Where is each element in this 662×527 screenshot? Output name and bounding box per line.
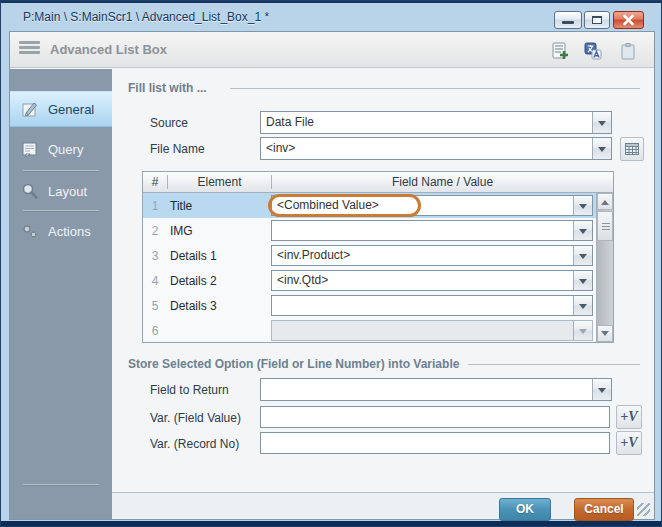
row-number: 6: [143, 324, 167, 338]
insert-variable-button[interactable]: +V: [616, 431, 642, 455]
table-row[interactable]: 5 Details 3: [143, 293, 613, 318]
row-number: 5: [143, 299, 167, 313]
speech-bubble-icon: [21, 140, 39, 158]
file-name-value: <inv>: [261, 138, 592, 159]
sidebar-divider: [23, 210, 99, 211]
field-to-return-combobox[interactable]: [260, 378, 612, 401]
dropdown-arrow-icon[interactable]: [573, 221, 592, 240]
table-row[interactable]: 3 Details 1 <inv.Product>: [143, 243, 613, 268]
sidebar-divider: [23, 170, 99, 171]
arrow-down-icon: [601, 331, 609, 340]
plus-v-icon: +V: [620, 409, 637, 425]
cancel-button[interactable]: Cancel: [574, 498, 634, 521]
plus-v-icon: +V: [620, 435, 637, 451]
insert-variable-button[interactable]: +V: [616, 405, 642, 429]
sidebar-item-query[interactable]: Query: [10, 131, 112, 167]
dropdown-arrow-icon[interactable]: [573, 296, 592, 315]
footer: OK Cancel: [112, 493, 654, 519]
row-element-label: Details 1: [167, 249, 271, 263]
list-box-icon: [19, 41, 40, 58]
file-name-combobox[interactable]: <inv>: [260, 137, 612, 160]
var-record-no-label: Var. (Record No): [150, 437, 239, 451]
combobox-value: <inv.Qtd>: [272, 271, 573, 290]
table-scrollbar[interactable]: [596, 193, 613, 342]
fill-section-line: [230, 88, 640, 89]
titlebar[interactable]: P:Main \ S:MainScr1 \ Advanced_List_Box_…: [1, 3, 661, 31]
close-icon: [614, 12, 643, 28]
table-row[interactable]: 4 Details 2 <inv.Qtd>: [143, 268, 613, 293]
dropdown-arrow-icon[interactable]: [592, 379, 611, 400]
sidebar: General Query Layout: [10, 69, 112, 519]
magnifier-icon: [21, 182, 39, 200]
dropdown-arrow-icon[interactable]: [573, 196, 592, 215]
select-data-file-button[interactable]: [620, 137, 644, 161]
pencil-icon: [21, 100, 39, 118]
minimize-icon: [562, 21, 574, 24]
store-section-legend: Store Selected Option (Field or Line Num…: [128, 357, 459, 371]
element-mapping-table: # Element Field Name / Value 1 Title <Co…: [142, 171, 614, 343]
translate-icon[interactable]: [583, 41, 603, 61]
scrollbar-thumb[interactable]: [597, 211, 613, 241]
row-value-combobox[interactable]: [271, 295, 593, 316]
store-section-line: [468, 364, 640, 365]
combobox-value: <Combined Value>: [272, 196, 573, 215]
dropdown-arrow-icon[interactable]: [592, 112, 611, 133]
scroll-down-button[interactable]: [597, 325, 613, 342]
row-element-label: Title: [167, 199, 271, 213]
table-row[interactable]: 2 IMG: [143, 218, 613, 243]
row-value-combobox[interactable]: [271, 220, 593, 241]
row-value-combobox[interactable]: <inv.Product>: [271, 245, 593, 266]
maximize-button[interactable]: [584, 11, 610, 29]
col-header-field-value: Field Name / Value: [271, 175, 613, 189]
sidebar-item-general[interactable]: General: [10, 91, 112, 127]
window-title: P:Main \ S:MainScr1 \ Advanced_List_Box_…: [23, 10, 269, 24]
row-value-combobox[interactable]: <Combined Value>: [271, 195, 593, 216]
scroll-up-button[interactable]: [597, 193, 613, 210]
var-field-value-label: Var. (Field Value): [150, 411, 241, 425]
combobox-value: <inv.Product>: [272, 246, 573, 265]
maximize-icon: [592, 16, 602, 24]
sidebar-item-label: Query: [48, 142, 83, 157]
source-label: Source: [150, 116, 188, 130]
dropdown-arrow-icon[interactable]: [573, 246, 592, 265]
source-value: Data File: [261, 112, 592, 133]
dropdown-arrow-icon[interactable]: [573, 271, 592, 290]
row-number: 1: [143, 199, 167, 213]
combobox-value: [272, 221, 573, 240]
gears-icon: [21, 222, 39, 240]
minimize-button[interactable]: [554, 11, 582, 29]
main-panel: Fill list with ... Source Data File File…: [112, 69, 654, 519]
sidebar-item-label: Actions: [48, 224, 91, 239]
row-number: 4: [143, 274, 167, 288]
combobox-value: [272, 296, 573, 315]
dropdown-arrow-icon[interactable]: [592, 138, 611, 159]
resize-grip[interactable]: [637, 503, 650, 516]
dialog-header: Advanced List Box: [10, 32, 654, 68]
row-element-label: Details 3: [167, 299, 271, 313]
source-combobox[interactable]: Data File: [260, 111, 612, 134]
table-row: 6: [143, 318, 613, 343]
arrow-up-icon: [601, 196, 609, 205]
dropdown-arrow-icon: [573, 321, 592, 340]
ok-button[interactable]: OK: [499, 498, 551, 521]
thumb-grip-icon: [602, 223, 610, 224]
sidebar-item-label: Layout: [48, 184, 87, 199]
clipboard-icon[interactable]: [618, 41, 638, 61]
sidebar-item-actions[interactable]: Actions: [10, 213, 112, 249]
row-value-combobox[interactable]: <inv.Qtd>: [271, 270, 593, 291]
row-number: 2: [143, 224, 167, 238]
sidebar-item-layout[interactable]: Layout: [10, 173, 112, 209]
row-value-combobox-disabled: [271, 320, 593, 341]
field-to-return-value: [261, 379, 592, 400]
field-to-return-label: Field to Return: [150, 383, 229, 397]
copy-page-icon[interactable]: [550, 41, 570, 61]
var-record-no-input[interactable]: [260, 432, 610, 454]
table-row[interactable]: 1 Title <Combined Value>: [143, 193, 613, 218]
row-number: 3: [143, 249, 167, 263]
fill-section-legend: Fill list with ...: [128, 81, 207, 95]
var-field-value-input[interactable]: [260, 406, 610, 428]
sidebar-item-label: General: [48, 102, 94, 117]
col-header-num: #: [143, 175, 167, 189]
dialog-body: Advanced List Box: [9, 31, 655, 520]
close-button[interactable]: [613, 11, 644, 29]
